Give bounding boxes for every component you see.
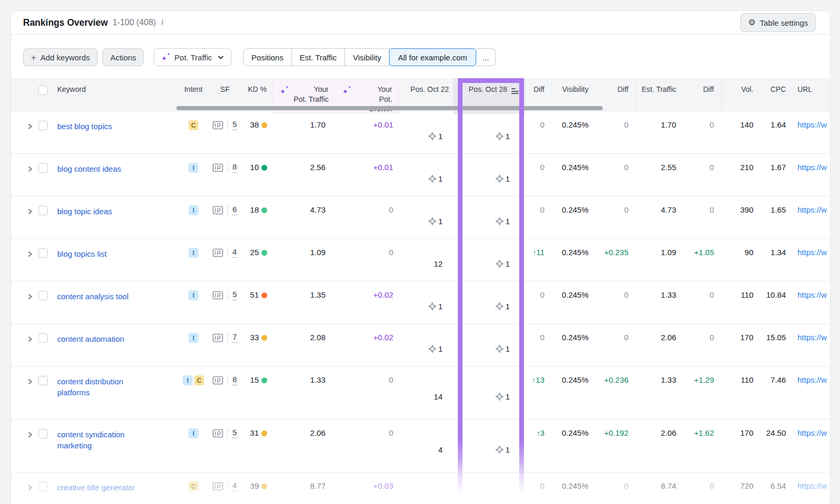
- expand-chevron-icon[interactable]: [27, 292, 35, 301]
- row-checkbox[interactable]: [38, 121, 48, 130]
- keyword-link[interactable]: best blog topics: [57, 121, 112, 132]
- row-checkbox[interactable]: [38, 163, 48, 173]
- position-cell: 1: [398, 472, 453, 504]
- url-link[interactable]: https://w: [797, 333, 827, 342]
- tab-visibility[interactable]: Visibility: [345, 48, 390, 66]
- actions-button[interactable]: Actions: [102, 48, 144, 66]
- row-checkbox[interactable]: [38, 248, 48, 258]
- intent-badge-i[interactable]: I: [188, 205, 198, 215]
- column-header-est-traffic[interactable]: Est. Traffic: [636, 78, 680, 114]
- expand-chevron-icon[interactable]: [27, 335, 35, 344]
- intent-badge-i[interactable]: I: [188, 428, 198, 438]
- pot-growth-value: 0: [389, 375, 393, 384]
- sf-cell: 5: [208, 111, 242, 153]
- keyword-link[interactable]: blog topics list: [57, 248, 107, 259]
- toolbar: + Add keywords Actions ✦✦ Pot. Traffic P…: [23, 48, 818, 66]
- expand-chevron-icon[interactable]: [27, 430, 35, 439]
- intent-badge-c[interactable]: C: [194, 375, 204, 385]
- sf-divider: [227, 247, 228, 258]
- tab-all-for-example[interactable]: All for example.com: [389, 48, 476, 66]
- url-link[interactable]: https://w: [797, 163, 827, 172]
- intent-badge-i[interactable]: I: [188, 248, 198, 258]
- expand-chevron-icon[interactable]: [27, 122, 35, 131]
- metric-dropdown[interactable]: ✦✦ Pot. Traffic: [154, 48, 231, 66]
- serp-feature-position-icon: [495, 259, 504, 268]
- visibility-cell: 0.245%: [552, 472, 594, 504]
- intent-badge-i[interactable]: I: [188, 290, 198, 300]
- column-header-cpc[interactable]: CPC: [757, 78, 789, 114]
- keyword-link[interactable]: blog topic ideas: [57, 206, 112, 217]
- keyword-link[interactable]: content automation: [57, 333, 124, 344]
- sf-count[interactable]: 8: [232, 163, 237, 173]
- pot-traffic-cell: 2.06: [272, 419, 335, 472]
- position-value: 1: [438, 344, 443, 353]
- expand-chevron-icon[interactable]: [27, 484, 35, 492]
- visibility-cell: 0.245%: [552, 154, 594, 196]
- tab-positions[interactable]: Positions: [243, 48, 292, 66]
- row-checkbox[interactable]: [38, 376, 48, 385]
- pot-growth-cell: +0.03: [335, 472, 398, 504]
- sf-count[interactable]: 5: [232, 290, 237, 300]
- expand-chevron-icon[interactable]: [27, 377, 35, 386]
- position-diff-up: ↑13: [532, 375, 544, 384]
- keyword-link[interactable]: content distribution platforms: [57, 376, 146, 398]
- url-link[interactable]: https://w: [797, 248, 827, 257]
- visibility-diff-cell: 0: [594, 324, 636, 366]
- url-link[interactable]: https://w: [797, 290, 827, 299]
- add-keywords-button[interactable]: + Add keywords: [23, 48, 98, 66]
- intent-badge-i[interactable]: I: [188, 333, 198, 343]
- intent-badge-i[interactable]: I: [188, 163, 198, 173]
- diff-zero: 0: [540, 120, 544, 129]
- keyword-link[interactable]: blog content ideas: [57, 163, 121, 174]
- keyword-link[interactable]: creative title generator: [57, 482, 135, 493]
- select-all-checkbox[interactable]: [38, 86, 48, 95]
- sf-count[interactable]: 5: [232, 428, 237, 438]
- sf-count[interactable]: 8: [232, 375, 237, 385]
- row-checkbox[interactable]: [38, 333, 48, 343]
- row-checkbox[interactable]: [38, 429, 48, 438]
- expand-chevron-icon[interactable]: [27, 165, 35, 174]
- kd-difficulty-dot: [261, 207, 267, 213]
- intent-badge-c[interactable]: C: [188, 120, 198, 130]
- more-views-button[interactable]: ...: [476, 48, 496, 66]
- table-settings-button[interactable]: ⚙ Table settings: [740, 13, 816, 32]
- intent-badge-i[interactable]: I: [183, 375, 193, 385]
- sf-count[interactable]: 7: [232, 333, 237, 343]
- tab-est-traffic[interactable]: Est. Traffic: [292, 48, 345, 66]
- position-value: 1: [506, 217, 510, 226]
- url-link[interactable]: https://w: [797, 428, 827, 437]
- intent-cell: I: [179, 239, 208, 281]
- info-icon[interactable]: i: [161, 18, 163, 27]
- keyword-link[interactable]: content syndication marketing: [57, 429, 146, 451]
- row-checkbox[interactable]: [38, 291, 48, 300]
- position-cell: 1: [453, 239, 526, 281]
- kd-value: 18: [250, 205, 259, 214]
- sf-count[interactable]: 4: [232, 481, 237, 491]
- column-header-keyword[interactable]: Keyword: [11, 78, 179, 114]
- keyword-cell: blog topic ideas: [11, 196, 179, 238]
- url-cell: https://w: [789, 111, 830, 153]
- column-header-diff-est-traffic[interactable]: Diff: [680, 78, 721, 114]
- url-link[interactable]: https://w: [797, 375, 827, 384]
- row-checkbox[interactable]: [38, 482, 48, 491]
- url-link[interactable]: https://w: [797, 481, 827, 490]
- keyword-cell: best blog topics: [11, 111, 179, 153]
- est-traffic-diff-cell: 0: [680, 111, 721, 153]
- intent-badge-c[interactable]: C: [188, 481, 198, 491]
- url-link[interactable]: https://w: [797, 120, 827, 129]
- row-checkbox[interactable]: [38, 206, 48, 215]
- horizontal-scrollbar[interactable]: [176, 106, 603, 110]
- table-row: best blog topicsC5381.70+0.011100.245%01…: [11, 111, 830, 153]
- keyword-link[interactable]: content analysis tool: [57, 291, 129, 302]
- sf-count[interactable]: 6: [232, 205, 237, 215]
- diff-zero: 0: [624, 120, 628, 129]
- column-header-url[interactable]: URL: [789, 78, 830, 114]
- column-header-volume[interactable]: Vol.: [721, 78, 757, 114]
- sf-count[interactable]: 5: [232, 120, 237, 130]
- url-link[interactable]: https://w: [797, 205, 827, 214]
- position-diff-cell: 0: [526, 324, 552, 366]
- sf-count[interactable]: 4: [232, 248, 237, 258]
- expand-chevron-icon[interactable]: [27, 207, 35, 216]
- expand-chevron-icon[interactable]: [27, 250, 35, 259]
- visibility-cell: 0.245%: [552, 366, 594, 419]
